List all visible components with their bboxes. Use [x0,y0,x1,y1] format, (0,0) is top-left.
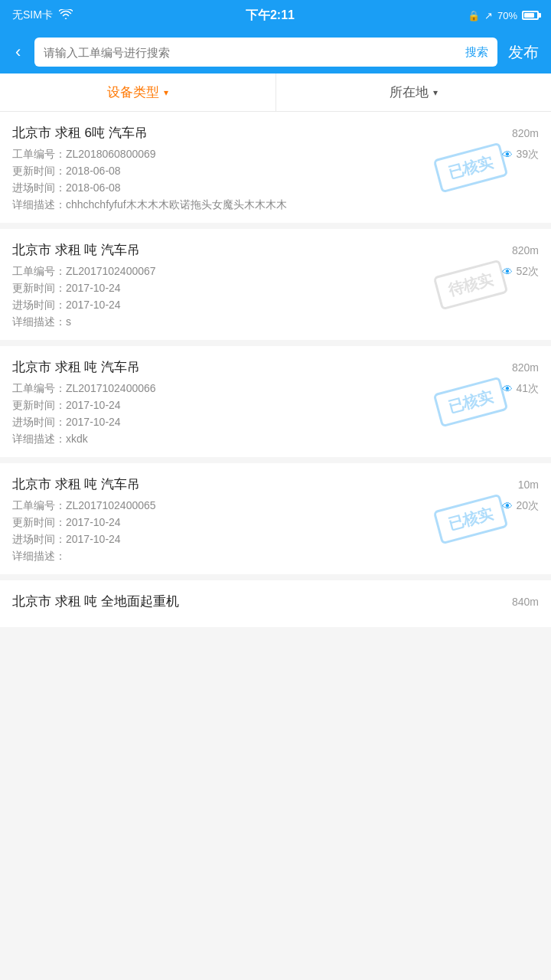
item-views: 👁 39次 [502,148,539,162]
list-item[interactable]: 北京市 求租 6吨 汽车吊 820m 工单编号：ZL2018060800069 … [0,112,551,223]
item-entry-time: 进场时间：2017-10-24 [12,299,539,312]
item-update-time: 更新时间：2017-10-24 [12,399,539,413]
item-views: 👁 52次 [502,265,539,279]
eye-icon: 👁 [502,383,513,395]
item-views: 👁 20次 [502,499,539,513]
item-entry-time: 进场时间：2017-10-24 [12,416,539,430]
item-title: 北京市 求租 吨 全地面起重机 [12,593,179,610]
list-item[interactable]: 北京市 求租 吨 汽车吊 820m 工单编号：ZL2017102400066 👁… [0,346,551,457]
item-title: 北京市 求租 吨 汽车吊 [12,241,140,259]
signal-text: 无SIM卡 [12,8,53,22]
publish-button[interactable]: 发布 [505,39,542,66]
search-box: 搜索 [34,38,497,67]
item-desc: 详细描述：xkdk [12,433,539,446]
item-title: 北京市 求租 吨 汽车吊 [12,475,140,493]
filter-location-chevron: ▾ [433,87,438,98]
filter-location[interactable]: 所在地 ▾ [276,74,552,111]
location-icon: ↗ [484,10,493,21]
list-item[interactable]: 北京市 求租 吨 汽车吊 10m 工单编号：ZL2017102400065 👁 … [0,463,551,574]
eye-icon: 👁 [502,500,513,512]
item-desc: 详细描述：s [12,315,539,329]
battery-icon [522,11,539,20]
filter-location-label: 所在地 [390,83,429,101]
list-container: 北京市 求租 6吨 汽车吊 820m 工单编号：ZL2018060800069 … [0,112,551,627]
status-time: 下午2:11 [246,8,295,24]
battery-percent: 70% [497,10,517,21]
item-order-no: 工单编号：ZL2017102400065 [12,499,156,513]
filter-bar: 设备类型 ▾ 所在地 ▾ [0,74,551,112]
item-update-time: 更新时间：2018-06-08 [12,165,539,178]
wifi-icon [59,9,73,22]
status-right: 🔒 ↗ 70% [468,10,539,21]
back-button[interactable]: ‹ [9,39,27,65]
list-item[interactable]: 北京市 求租 吨 全地面起重机 840m [0,580,551,627]
item-views: 👁 41次 [502,382,539,396]
item-distance: 10m [518,479,539,491]
list-item[interactable]: 北京市 求租 吨 汽车吊 820m 工单编号：ZL2017102400067 👁… [0,229,551,340]
lock-icon: 🔒 [468,10,480,21]
search-button[interactable]: 搜索 [456,45,497,60]
eye-icon: 👁 [502,266,513,278]
item-desc: 详细描述： [12,550,539,564]
item-desc: 详细描述：chhchchfyfuf木木木木欧诺拖头女魔头木木木木 [12,198,539,212]
search-input[interactable] [34,46,456,59]
item-order-no: 工单编号：ZL2017102400066 [12,382,156,396]
item-update-time: 更新时间：2017-10-24 [12,516,539,530]
item-distance: 820m [512,127,539,139]
item-update-time: 更新时间：2017-10-24 [12,282,539,296]
eye-icon: 👁 [502,149,513,161]
status-left: 无SIM卡 [12,8,73,22]
item-distance: 820m [512,244,539,256]
item-order-no: 工单编号：ZL2018060800069 [12,148,156,162]
item-title: 北京市 求租 吨 汽车吊 [12,358,140,376]
item-entry-time: 进场时间：2018-06-08 [12,181,539,195]
item-title: 北京市 求租 6吨 汽车吊 [12,124,148,142]
filter-equipment-label: 设备类型 [107,83,159,101]
item-order-no: 工单编号：ZL2017102400067 [12,265,156,279]
status-bar: 无SIM卡 下午2:11 🔒 ↗ 70% [0,0,551,31]
filter-equipment-chevron: ▾ [164,87,168,98]
header: ‹ 搜索 发布 [0,31,551,74]
item-distance: 820m [512,361,539,374]
filter-equipment-type[interactable]: 设备类型 ▾ [0,74,276,111]
item-entry-time: 进场时间：2017-10-24 [12,533,539,547]
item-distance: 840m [512,596,539,608]
